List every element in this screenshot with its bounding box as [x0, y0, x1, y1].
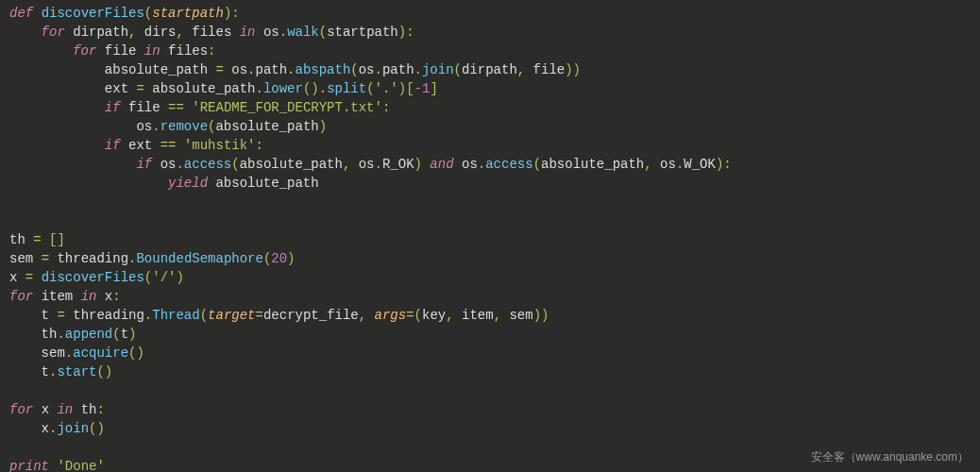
arg-sem: sem	[509, 308, 532, 323]
assign: =	[136, 81, 144, 96]
kwarg-args: args	[375, 308, 407, 323]
paren-close: )	[311, 81, 318, 96]
op-equals: ==	[168, 100, 184, 115]
paren-close: )	[533, 308, 541, 323]
paren-close: )	[105, 364, 112, 379]
const-W_OK: W_OK	[684, 157, 716, 172]
paren-open: (	[454, 62, 462, 77]
arg-absolute_path: absolute_path	[215, 119, 318, 134]
arg-item: item	[462, 308, 494, 323]
kw-for: for	[73, 43, 96, 59]
var-files: files	[168, 43, 208, 59]
kw-and: and	[430, 157, 453, 172]
fn-Thread: Thread	[152, 308, 199, 323]
dot: .	[176, 157, 183, 172]
arg-key: key	[422, 308, 446, 323]
mod-threading: threading	[73, 308, 144, 323]
str-dot: '.'	[375, 81, 398, 96]
fn-join: join	[57, 421, 89, 436]
mod-threading: threading	[57, 251, 128, 266]
kw-print: print	[9, 459, 49, 472]
mod-os: os	[359, 157, 375, 172]
var-sem: sem	[42, 346, 65, 361]
var-absolute_path: absolute_path	[215, 176, 318, 191]
comma: ,	[494, 308, 501, 323]
mod-os: os	[263, 25, 279, 40]
fn-access: access	[485, 157, 532, 172]
colon: :	[256, 138, 263, 153]
dot: .	[57, 327, 64, 342]
kw-if: if	[105, 100, 121, 115]
str-muhstik: 'muhstik'	[184, 138, 256, 153]
dot: .	[319, 81, 327, 96]
bracket-close: ]	[430, 81, 437, 96]
var-decrypt_file: decrypt_file	[263, 308, 359, 323]
var-t: t	[42, 308, 49, 323]
var-t: t	[42, 364, 49, 379]
paren-open: (	[112, 327, 120, 342]
assign: =	[57, 308, 64, 323]
str-done: 'Done'	[57, 459, 104, 472]
dot: .	[375, 62, 382, 77]
kw-def: def	[9, 6, 33, 21]
code-block: def discoverFiles(startpath): for dirpat…	[0, 0, 980, 472]
dot: .	[287, 62, 295, 77]
paren-close: )	[398, 25, 406, 40]
paren-open: (	[144, 270, 152, 285]
paren-open: (	[96, 364, 104, 379]
arg-dirpath: dirpath	[462, 62, 517, 77]
paren-close: )	[128, 327, 136, 342]
assign: =	[256, 308, 263, 323]
fn-abspath: abspath	[296, 62, 351, 77]
dot: .	[255, 81, 262, 96]
fn-append: append	[65, 327, 112, 342]
assign: =	[33, 232, 41, 247]
paren-close: )	[541, 308, 549, 323]
comma: ,	[644, 157, 651, 172]
colon: :	[208, 43, 215, 59]
fn-walk: walk	[287, 25, 319, 40]
num-neg1: -1	[414, 81, 431, 96]
colon: :	[112, 289, 120, 304]
paren-open: (	[144, 6, 152, 21]
paren-open: (	[231, 157, 239, 172]
paren-open: (	[414, 308, 422, 323]
fn-start: start	[57, 364, 96, 379]
var-th: th	[9, 232, 25, 247]
str-readme: 'README_FOR_DECRYPT.txt'	[192, 100, 382, 115]
bracket-close: ]	[57, 232, 64, 247]
var-absolute_path: absolute_path	[152, 81, 255, 96]
paren-close: )	[414, 157, 422, 172]
paren-close: )	[573, 62, 581, 77]
fn-lower: lower	[263, 81, 303, 96]
mod-path: path	[382, 62, 414, 77]
arg-absolute_path: absolute_path	[240, 157, 343, 172]
var-x: x	[42, 421, 49, 436]
kw-for: for	[9, 289, 33, 304]
mod-os: os	[136, 119, 152, 134]
assign: =	[215, 62, 223, 77]
kw-if: if	[105, 138, 121, 153]
fn-discoverFiles: discoverFiles	[42, 6, 144, 21]
arg-t: t	[121, 327, 128, 342]
dot: .	[375, 157, 382, 172]
mod-os: os	[231, 62, 247, 77]
kw-in: in	[240, 25, 256, 40]
var-file: file	[128, 100, 161, 115]
var-item: item	[42, 289, 74, 304]
arg-absolute_path: absolute_path	[541, 157, 644, 172]
str-root: '/'	[152, 270, 176, 285]
paren-open: (	[366, 81, 374, 96]
paren-close: )	[176, 270, 183, 285]
arg-file: file	[533, 62, 566, 77]
paren-close: )	[287, 251, 295, 266]
kw-in: in	[57, 402, 73, 417]
comma: ,	[128, 25, 136, 40]
var-sem: sem	[9, 251, 33, 266]
paren-close: )	[398, 81, 406, 96]
fn-discoverFiles: discoverFiles	[42, 270, 144, 285]
fn-BoundedSemaphore: BoundedSemaphore	[136, 251, 262, 266]
assign: =	[25, 270, 33, 285]
fn-remove: remove	[161, 119, 208, 134]
paren-close: )	[136, 346, 144, 361]
